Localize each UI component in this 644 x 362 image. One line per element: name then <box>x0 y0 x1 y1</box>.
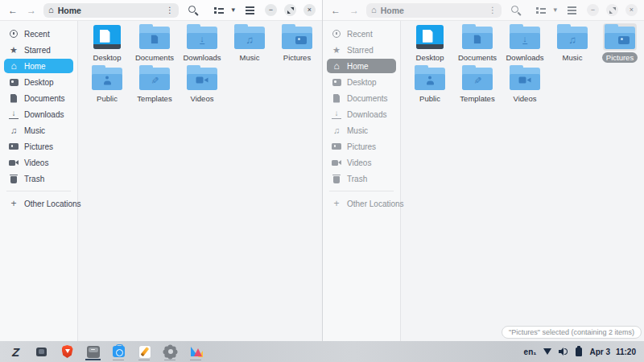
folder-item-videos[interactable]: Videos <box>184 64 221 104</box>
sidebar-item-downloads[interactable]: Downloads <box>4 107 73 121</box>
breadcrumb-label: Home <box>381 6 404 15</box>
video-icon <box>332 158 341 167</box>
folder-item-templates[interactable]: Templates <box>459 64 496 104</box>
clock[interactable]: Apr 3 11:20 <box>589 348 636 356</box>
close-button[interactable]: × <box>303 4 316 16</box>
folder-item-public[interactable]: Public <box>89 64 126 104</box>
window-switcher-button[interactable] <box>34 343 49 360</box>
sidebar-item-recent[interactable]: Recent <box>327 27 396 41</box>
music-icon <box>9 125 19 135</box>
breadcrumb[interactable]: ⌂ Home ⋮ <box>366 3 502 18</box>
breadcrumb[interactable]: ⌂ Home ⋮ <box>43 3 179 18</box>
sidebar-item-starred[interactable]: Starred <box>327 43 396 57</box>
back-button[interactable]: ← <box>6 5 19 16</box>
folder-icon <box>90 64 124 92</box>
sidebar-item-pictures[interactable]: Pictures <box>4 139 73 154</box>
folder-item-music[interactable]: Music <box>554 23 591 63</box>
sidebar-item-trash[interactable]: Trash <box>4 171 73 186</box>
search-icon[interactable] <box>510 5 521 15</box>
sidebar-item-desktop[interactable]: Desktop <box>327 75 396 89</box>
folder-item-downloads[interactable]: Downloads <box>506 23 543 63</box>
forward-button[interactable]: → <box>25 5 38 16</box>
brave-browser-button[interactable] <box>60 343 75 360</box>
back-button[interactable]: ← <box>329 5 342 16</box>
settings-button[interactable] <box>163 343 178 360</box>
desktop-icon <box>332 77 341 87</box>
sidebar-item-home[interactable]: Home <box>327 59 396 73</box>
sidebar-item-other-locations[interactable]: Other Locations <box>327 196 396 211</box>
picture-icon <box>332 142 341 151</box>
maximize-icon <box>287 7 294 14</box>
kebab-menu-button[interactable]: ⋮ <box>489 6 497 14</box>
sidebar-item-desktop[interactable]: Desktop <box>4 75 73 89</box>
photos-app-button[interactable] <box>188 343 204 360</box>
search-icon[interactable] <box>188 5 198 15</box>
sidebar-item-starred[interactable]: Starred <box>4 43 73 57</box>
home-icon: ⌂ <box>48 6 54 14</box>
wifi-icon[interactable] <box>543 348 551 355</box>
sidebar-item-label: Starred <box>347 46 374 55</box>
close-button[interactable]: × <box>625 4 638 16</box>
hamburger-menu-icon[interactable] <box>246 10 254 11</box>
sidebar-item-downloads[interactable]: Downloads <box>327 107 396 121</box>
view-toggle-icon[interactable] <box>536 6 546 14</box>
folder-item-desktop[interactable]: Desktop <box>89 23 126 63</box>
folder-icon <box>280 23 314 51</box>
folder-label: Downloads <box>180 52 225 63</box>
hamburger-menu-icon[interactable] <box>568 10 576 11</box>
folder-item-desktop[interactable]: Desktop <box>411 23 448 63</box>
volume-icon[interactable] <box>559 348 568 356</box>
sidebar-item-label: Home <box>347 62 369 71</box>
sidebar-item-home[interactable]: Home <box>4 59 73 73</box>
system-tray[interactable]: en₁ Apr 3 11:20 <box>524 347 636 356</box>
folder-label: Downloads <box>502 52 548 63</box>
sidebar-item-videos[interactable]: Videos <box>327 155 396 170</box>
battery-icon[interactable] <box>576 348 582 356</box>
music-icon <box>332 125 341 135</box>
folder-label: Pictures <box>279 52 315 63</box>
home-icon <box>9 61 19 71</box>
folder-item-documents[interactable]: Documents <box>136 23 173 63</box>
sidebar-item-trash[interactable]: Trash <box>327 171 396 186</box>
sidebar-item-documents[interactable]: Documents <box>4 91 73 105</box>
folder-item-documents[interactable]: Documents <box>459 23 496 63</box>
folder-label: Desktop <box>89 52 126 63</box>
clock-icon <box>332 29 341 39</box>
kebab-menu-button[interactable]: ⋮ <box>166 6 174 14</box>
sidebar-item-music[interactable]: Music <box>327 123 396 138</box>
folder-item-videos[interactable]: Videos <box>506 64 543 104</box>
folder-item-music[interactable]: Music <box>231 23 268 63</box>
breadcrumb-label: Home <box>58 6 81 15</box>
titlebar: ← → ⌂ Home ⋮ ▾ − × <box>323 0 644 21</box>
window-switcher-icon <box>36 348 47 356</box>
zorin-menu-button[interactable]: Z <box>8 343 23 360</box>
keyboard-layout-indicator[interactable]: en₁ <box>524 348 537 356</box>
folder-item-public[interactable]: Public <box>411 64 448 104</box>
folder-label: Templates <box>133 93 175 104</box>
view-toggle-icon[interactable] <box>214 6 224 14</box>
folder-label: Public <box>415 93 444 104</box>
software-store-button[interactable] <box>111 343 126 360</box>
folder-icon <box>460 64 494 92</box>
view-dropdown-icon[interactable]: ▾ <box>553 6 557 14</box>
folder-item-downloads[interactable]: Downloads <box>184 23 221 63</box>
minimize-button[interactable]: − <box>587 4 599 16</box>
sidebar-item-pictures[interactable]: Pictures <box>327 139 396 154</box>
files-app-button[interactable] <box>85 343 101 360</box>
sidebar-item-music[interactable]: Music <box>4 123 73 138</box>
view-dropdown-icon[interactable]: ▾ <box>231 6 235 14</box>
sidebar-item-documents[interactable]: Documents <box>327 91 396 105</box>
folder-item-pictures[interactable]: Pictures <box>601 23 638 63</box>
sidebar-item-other-locations[interactable]: Other Locations <box>4 196 73 211</box>
maximize-button[interactable] <box>284 4 296 16</box>
maximize-button[interactable] <box>606 4 618 16</box>
text-editor-button[interactable] <box>137 343 152 360</box>
forward-button[interactable]: → <box>348 5 361 16</box>
minimize-button[interactable]: − <box>265 4 277 16</box>
folder-icon <box>413 64 447 92</box>
sidebar-divider <box>6 191 71 191</box>
folder-item-templates[interactable]: Templates <box>136 64 173 104</box>
sidebar-item-videos[interactable]: Videos <box>4 155 73 170</box>
sidebar-item-recent[interactable]: Recent <box>4 27 73 41</box>
folder-item-pictures[interactable]: Pictures <box>279 23 316 63</box>
